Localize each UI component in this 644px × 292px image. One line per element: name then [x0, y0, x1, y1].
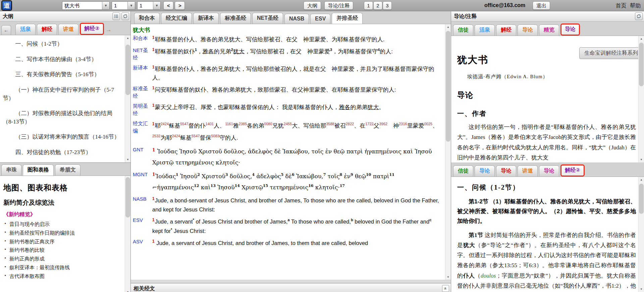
charts-list-item[interactable]: 新约圣经按写作日期的编排法	[3, 229, 122, 238]
outline-item[interactable]: 三、有关假教师的警告（5-16节）	[3, 70, 122, 79]
tab-NASB[interactable]: NASB	[284, 14, 309, 24]
prev-chapter-button[interactable]: <	[163, 1, 173, 10]
version-label[interactable]: NASB	[132, 195, 152, 214]
toggle-intro-button[interactable]: 导论/注释	[324, 1, 353, 10]
left-bottom-tabstrip: 串珠图和表格希腊文	[0, 162, 130, 176]
tab-导论[interactable]: 导论	[496, 165, 516, 177]
toggle-outline-button[interactable]: 大纲	[304, 1, 321, 10]
tab-讲道[interactable]: 讲道	[58, 24, 78, 35]
tab-并排圣经[interactable]: 并排圣经	[332, 13, 363, 24]
scroll-down-icon[interactable]	[639, 157, 644, 162]
tab-ESV[interactable]: ESV	[310, 14, 330, 24]
outline-item[interactable]: （二）对假教师的描述以及他们的结局（8-13节）	[3, 109, 122, 126]
tab-解经②[interactable]: 解经②	[80, 23, 104, 35]
tab-信徒[interactable]: 信徒	[453, 25, 473, 36]
scroll-down-icon[interactable]	[125, 157, 130, 162]
book-select[interactable]: 犹大书 ▼	[62, 1, 110, 10]
help-link[interactable]: 帮助	[630, 3, 641, 8]
related-verses-splitter[interactable]	[131, 280, 451, 283]
outline-item[interactable]: 二、写作本书信的缘由（3-4节）	[3, 55, 122, 64]
tab-解经[interactable]: 解经	[37, 24, 57, 35]
account-email: office@163.com	[484, 2, 525, 8]
charts-list-item[interactable]: 新约书卷的比较	[3, 246, 122, 255]
tab-活泉[interactable]: 活泉	[475, 25, 495, 36]
logout-button[interactable]: 退出	[533, 1, 550, 10]
scroll-up-icon[interactable]	[639, 36, 644, 42]
version-label[interactable]: 经文汇编	[132, 120, 152, 144]
outline-list-icon[interactable]	[112, 12, 120, 20]
version-label[interactable]: NET圣经	[132, 47, 152, 62]
tab-导论[interactable]: 导论	[560, 23, 580, 36]
verse-text: 1蒙天父上帝呼召、厚爱，也蒙耶稣基督保佑的人： 我是耶稣基督的仆人，雅各的弟弟犹…	[152, 102, 443, 117]
scroll-down-icon[interactable]	[639, 286, 644, 292]
version-label[interactable]: 和合本	[132, 35, 152, 44]
scrollbar-thumb[interactable]	[639, 43, 644, 86]
scrollbar-thumb[interactable]	[125, 177, 130, 217]
tab-希腊文[interactable]: 希腊文	[55, 164, 80, 176]
scroll-up-icon[interactable]	[445, 24, 451, 30]
outline-item[interactable]: 一、问候（1-2节）	[3, 40, 122, 48]
outline-item[interactable]: （三）以诺对将来审判的预言（14-16节）	[3, 133, 122, 141]
version-label[interactable]: MGNT	[132, 171, 152, 193]
outline-item[interactable]: 四、对信徒的劝勉（17-23节）	[3, 148, 122, 157]
scroll-down-icon[interactable]	[445, 274, 451, 280]
commentary-notes-scrollbar[interactable]	[638, 177, 644, 292]
columns-3-button[interactable]: 3	[383, 1, 392, 10]
scrollbar-thumb[interactable]	[125, 45, 130, 95]
expand-up-icon[interactable]	[442, 285, 449, 292]
app-logo[interactable]: 道	[2, 1, 11, 10]
tab-标准圣经[interactable]: 标准圣经	[220, 13, 251, 24]
scroll-up-icon[interactable]	[639, 177, 644, 183]
tabs-scroll-right-icon[interactable]: →	[105, 25, 112, 35]
chapter-select[interactable]: 1 ▼	[112, 1, 135, 10]
columns-2-button[interactable]: 2	[373, 1, 382, 10]
version-label[interactable]: 标准圣经	[132, 85, 152, 100]
refresh-icon[interactable]	[635, 12, 643, 20]
home-link[interactable]: 首页	[616, 3, 627, 8]
tab-导论[interactable]: 导论	[475, 165, 495, 177]
tabs-scroll-left-icon[interactable]: ←	[1, 25, 11, 35]
charts-list-item[interactable]: 昔日与现今的启示	[3, 220, 122, 229]
charts-list-item[interactable]: 古代译本散布图	[3, 272, 122, 281]
scroll-up-icon[interactable]	[125, 35, 130, 41]
tab-活泉[interactable]: 活泉	[15, 24, 36, 35]
version-label[interactable]: 简明圣经	[132, 102, 152, 117]
chevron-down-icon[interactable]: ▼	[127, 2, 135, 9]
tab-新译本[interactable]: 新译本	[193, 13, 219, 24]
charts-list-item[interactable]: 新约书卷的正典次序	[3, 238, 122, 246]
bible-scrollbar[interactable]	[445, 24, 451, 280]
version-label[interactable]: GNT	[132, 146, 152, 168]
tab-信徒[interactable]: 信徒	[453, 165, 473, 177]
chevron-down-icon[interactable]: ▼	[153, 2, 160, 9]
version-label[interactable]: 新译本	[132, 64, 152, 83]
tab-和合本[interactable]: 和合本	[134, 13, 160, 24]
commentary-intro-scrollbar[interactable]	[638, 36, 644, 162]
version-label[interactable]: ASV	[132, 238, 152, 248]
tab-经文汇编[interactable]: 经文汇编	[161, 13, 192, 24]
tab-解经②[interactable]: 解经②	[560, 164, 585, 177]
tab-导论[interactable]: 导论	[518, 25, 538, 36]
scroll-down-icon[interactable]	[125, 289, 130, 292]
outline-item[interactable]: （一）神在历史中进行审判的例子（5-7节）	[3, 86, 122, 102]
charts-list-item[interactable]: 叙利亚译本：最初流传路线	[3, 263, 122, 272]
tab-精览[interactable]: 精览	[539, 25, 559, 36]
tab-导论[interactable]: 导论	[539, 165, 559, 177]
tab-串珠[interactable]: 串珠	[1, 164, 21, 176]
verse-select[interactable]: 1 ▼	[137, 1, 161, 10]
series-badge[interactable]: 生命宝训解经注释系列	[579, 47, 643, 59]
next-chapter-button[interactable]: >	[175, 1, 185, 10]
tab-NET圣经[interactable]: NET圣经	[252, 13, 283, 24]
scrollbar-thumb[interactable]	[639, 184, 644, 214]
tab-讲道[interactable]: 讲道	[518, 165, 538, 177]
tab-解经[interactable]: 解经	[496, 25, 516, 36]
refresh-icon[interactable]	[121, 12, 129, 20]
charts-series-label[interactable]: 《新约精览》	[3, 211, 122, 218]
charts-scrollbar[interactable]	[125, 176, 130, 292]
chevron-down-icon[interactable]: ▼	[102, 2, 109, 9]
columns-1-button[interactable]: 1	[364, 1, 373, 10]
version-label[interactable]: ESV	[132, 216, 152, 236]
tab-图和表格[interactable]: 图和表格	[23, 164, 54, 176]
outline-scrollbar[interactable]	[125, 35, 130, 162]
scrollbar-thumb[interactable]	[446, 31, 450, 142]
charts-list-item[interactable]: 新约正典的形成	[3, 255, 122, 263]
